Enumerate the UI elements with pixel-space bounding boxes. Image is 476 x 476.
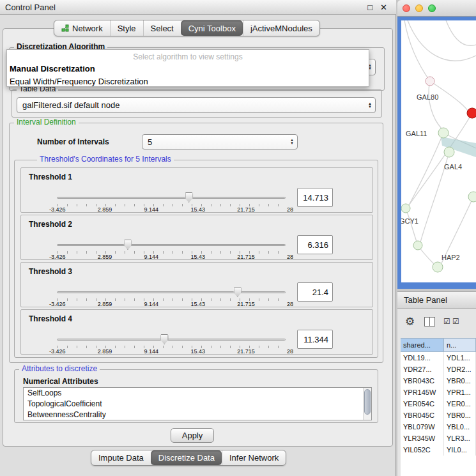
table-cell[interactable]: YBL079W [401,421,444,433]
tick-label: 28 [287,254,293,260]
apply-button[interactable]: Apply [171,428,214,443]
table-data-combo[interactable]: galFiltered.sif default node ▲ ▼ [17,97,376,113]
tab-cyni-toolbox[interactable]: Cyni Toolbox [181,20,243,36]
node-right-edge[interactable] [468,192,476,202]
tick-label: 2.859 [98,301,112,307]
node-gal11[interactable] [438,128,449,138]
table-cell[interactable]: YPR1... [444,387,476,398]
list-scrollbar[interactable] [363,388,371,420]
tab-style[interactable]: Style [110,20,143,36]
list-item[interactable]: BetweennessCentrality [24,410,371,420]
slider-track[interactable] [57,197,286,199]
zoom-traffic-light-icon[interactable] [428,4,436,12]
slider-thumb[interactable] [160,334,169,344]
table-cell[interactable]: YDR2... [444,364,476,375]
table-cell[interactable]: YLR345W [401,433,444,444]
threshold-1-value-input[interactable] [297,188,333,207]
list-item[interactable]: TopologicalCoefficient [24,399,371,410]
table-cell[interactable]: YER0... [444,398,476,410]
table-cell[interactable]: YBR045C [401,410,444,421]
bottom-tab-bar: Impute Data Discretize Data Infer Networ… [91,450,286,466]
gear-icon[interactable]: ⚙ [405,315,415,328]
table-row[interactable]: YDR27... YDR2... [401,364,476,375]
node-selected-red[interactable] [467,108,476,118]
deselect-checkbox-icon[interactable]: ☑ [452,317,459,326]
slider-track[interactable] [57,244,286,246]
table-cell[interactable]: YDR27... [401,364,444,375]
table-data-combo-value: galFiltered.sif default node [22,100,364,110]
combo-stepper-icon: ▲ ▼ [364,102,372,109]
tab-impute-data[interactable]: Impute Data [91,450,151,465]
column-header-shared-name[interactable]: shared... [401,338,444,352]
table-row[interactable]: YIL052C YIL0... [401,444,476,456]
tick-label: -3.426 [49,348,66,355]
threshold-1-label: Threshold 1 [29,173,72,181]
table-cell[interactable]: YBR0... [444,410,476,421]
table-cell[interactable]: YBR043C [401,375,444,387]
algorithm-option-equal-width[interactable]: Equal Width/Frequency Discretization [7,75,369,88]
table-row[interactable]: YBR045C YBR0... [401,410,476,421]
table-row[interactable]: YLR345W YLR3... [401,433,476,444]
network-view-canvas[interactable]: GAL80 GAL11 GAL4 GCY1 HAP2 [401,20,476,282]
table-cell[interactable]: YPR145W [401,387,444,398]
threshold-3-slider[interactable] [57,287,286,298]
close-traffic-light-icon[interactable] [403,4,410,12]
table-cell[interactable]: YBL0... [444,421,476,433]
tab-select[interactable]: Select [143,20,181,36]
tick-label: 2.859 [98,206,112,213]
tab-discretize-data[interactable]: Discretize Data [151,450,222,465]
minimize-traffic-light-icon[interactable] [415,4,423,12]
threshold-2-value-input[interactable] [297,235,333,254]
columns-icon[interactable] [424,317,435,326]
slider-tick-labels: -3.426 2.859 9.144 15.43 21.715 28 [49,206,293,213]
slider-thumb[interactable] [233,287,242,297]
arrow-down-icon: ▼ [290,142,294,145]
slider-thumb[interactable] [123,240,132,250]
float-window-icon[interactable]: □ [364,3,376,12]
list-item[interactable]: SelfLoops [24,388,371,399]
algorithm-option-manual[interactable]: Manual Discretization [7,63,369,75]
table-row[interactable]: YDL19... YDL1... [401,352,476,364]
column-header-name[interactable]: n... [444,338,476,352]
threshold-3-value-input[interactable] [297,282,333,302]
tab-infer-network[interactable]: Infer Network [222,450,286,465]
list-scrollbar-thumb[interactable] [364,389,371,415]
threshold-1-slider[interactable] [57,192,286,204]
table-row[interactable]: YBR043C YBR0... [401,375,476,387]
table-cell[interactable]: YER054C [401,398,444,410]
number-of-intervals-combo[interactable]: 5 ▲ ▼ [142,134,298,150]
table-row[interactable]: YPR145W YPR1... [401,387,476,398]
slider-thumb[interactable] [185,192,193,203]
table-row[interactable]: YER054C YER0... [401,398,476,410]
slider-track[interactable] [57,291,286,293]
table-cell[interactable]: YDL1... [444,352,476,364]
node-gal4[interactable] [444,147,454,157]
table-cell[interactable]: YIL052C [401,444,444,456]
numerical-attributes-label: Numerical Attributes [23,377,98,386]
node-gal80[interactable] [426,77,434,86]
threshold-4-value-input[interactable] [297,330,333,349]
threshold-4-slider[interactable] [57,334,286,346]
combo-stepper-icon: ▲ ▼ [286,139,294,145]
node-hap2[interactable] [433,262,443,272]
node-gcy1[interactable] [401,204,410,213]
close-window-icon[interactable]: ✕ [376,3,391,12]
table-cell[interactable]: YBR0... [444,375,476,387]
slider-track[interactable] [57,339,286,341]
node-mid[interactable] [413,241,422,250]
tick-label: 2.859 [98,348,112,355]
table-cell[interactable]: YDL19... [401,352,444,364]
table-cell[interactable]: YLR3... [444,433,476,444]
threshold-3-panel: Threshold 3 -3.426 2.859 9.144 15.43 21.… [20,262,373,307]
table-cell[interactable]: YIL0... [444,444,476,456]
tab-jactivemnodules[interactable]: jActiveMNodules [243,20,319,36]
tab-network[interactable]: Network [54,20,110,36]
table-panel-header: Table Panel [397,291,476,309]
threshold-2-slider[interactable] [57,240,286,251]
threshold-1-panel: Threshold 1 -3.426 2.859 9.144 15.43 21.… [20,167,373,213]
select-all-checkbox-icon[interactable]: ☑ [443,317,450,326]
tab-jactivemnodules-label: jActiveMNodules [250,24,312,33]
slider-tick-labels: -3.426 2.859 9.144 15.43 21.715 28 [49,301,293,307]
table-row[interactable]: YBL079W YBL0... [401,421,476,433]
table-panel-title: Table Panel [404,295,447,305]
